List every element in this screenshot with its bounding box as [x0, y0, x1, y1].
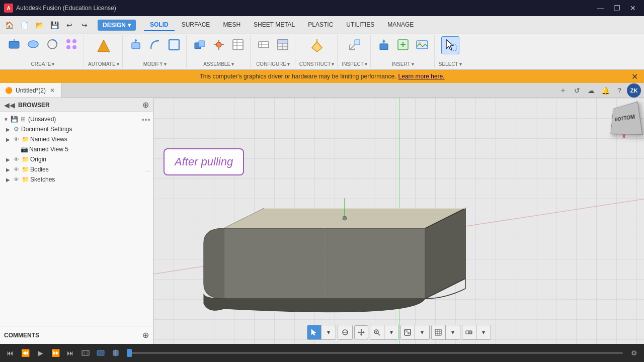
grid-button[interactable] — [432, 325, 446, 339]
view-cube[interactable]: BOTTOM X — [609, 103, 639, 133]
create-solid-btn[interactable] — [5, 36, 23, 54]
display-mode-button[interactable] — [401, 325, 415, 339]
create-label[interactable]: CREATE ▾ — [31, 61, 55, 67]
timeline-play-back-button[interactable]: ⏪ — [19, 347, 31, 359]
doc-settings-expand-icon[interactable]: ▶ — [4, 125, 12, 133]
tab-sheet-metal[interactable]: SHEET METAL — [248, 19, 301, 31]
tree-item-root[interactable]: ▼ 💾 ⊞ (Unsaved) ●●● — [0, 114, 153, 124]
root-expand-icon[interactable]: ▼ — [2, 115, 10, 123]
create-pattern-btn[interactable] — [62, 36, 80, 54]
refresh-button[interactable]: ↺ — [571, 84, 584, 97]
cloud-button[interactable]: ☁ — [585, 84, 598, 97]
new-button[interactable]: 📄 — [17, 18, 31, 32]
automate-label[interactable]: AUTOMATE ▾ — [88, 61, 119, 67]
warning-link[interactable]: Learn more here. — [398, 73, 445, 80]
insert-derive-btn[interactable] — [375, 36, 393, 54]
tab-manage[interactable]: MANAGE — [381, 19, 420, 31]
save-button[interactable]: 💾 — [47, 18, 61, 32]
warning-close-button[interactable]: ✕ — [631, 72, 638, 81]
close-button[interactable]: ✕ — [626, 3, 640, 13]
modify-shell-btn[interactable] — [165, 36, 183, 54]
tree-item-named-view-5[interactable]: 📷 Named View 5 — [0, 144, 153, 154]
timeline-play-forward-button[interactable]: ⏩ — [49, 347, 61, 359]
automate-btn[interactable] — [93, 36, 115, 58]
maximize-button[interactable]: ❐ — [610, 3, 624, 13]
tab-surface[interactable]: SURFACE — [176, 19, 216, 31]
timeline-to-start-button[interactable]: ⏮ — [4, 347, 16, 359]
design-dropdown-button[interactable]: DESIGN ▾ — [98, 20, 136, 31]
undo-button[interactable]: ↩ — [62, 18, 76, 32]
tree-item-sketches[interactable]: ▶ 👁 📁 Sketches — [0, 174, 153, 185]
assemble-joint-btn[interactable] — [210, 36, 228, 54]
timeline-to-end-button[interactable]: ⏭ — [64, 347, 76, 359]
tab-mesh[interactable]: MESH — [217, 19, 247, 31]
bodies-eye-icon[interactable]: 👁 — [12, 165, 20, 173]
timeline-marker-button[interactable] — [110, 347, 122, 359]
tree-item-doc-settings[interactable]: ▶ ⚙ Document Settings — [0, 124, 153, 134]
minimize-button[interactable]: — — [594, 3, 608, 13]
inspect-label[interactable]: INSPECT ▾ — [342, 61, 367, 67]
open-button[interactable]: 📂 — [32, 18, 46, 32]
bodies-expand-icon[interactable]: ▶ — [4, 165, 12, 173]
modify-label[interactable]: MODIFY ▾ — [143, 61, 167, 67]
notification-button[interactable]: 🔔 — [599, 84, 612, 97]
insert-canvas-btn[interactable] — [394, 36, 412, 54]
cube-face-bottom[interactable]: BOTTOM — [610, 102, 642, 135]
create-surface-btn[interactable] — [24, 36, 42, 54]
origin-expand-icon[interactable]: ▶ — [4, 155, 12, 163]
pan-button[interactable] — [354, 325, 368, 339]
timeline-play-button[interactable]: ▶ — [34, 347, 46, 359]
named-views-eye-icon[interactable]: 👁 — [12, 135, 20, 143]
assemble-label[interactable]: ASSEMBLE ▾ — [203, 61, 234, 67]
zoom-button[interactable] — [370, 325, 384, 339]
sketches-eye-icon[interactable]: 👁 — [12, 175, 20, 184]
storyboard-list-button[interactable] — [95, 347, 107, 359]
new-tab-button[interactable]: ＋ — [556, 84, 570, 97]
configure-label[interactable]: CONFIGURE ▾ — [256, 61, 290, 67]
grid-dropdown[interactable]: ▾ — [446, 325, 460, 339]
document-tab[interactable]: 🟠 Untitled*(2) ✕ — [0, 83, 61, 98]
origin-eye-icon[interactable]: 👁 — [12, 155, 20, 163]
tab-plastic[interactable]: PLASTIC — [302, 19, 339, 31]
assemble-bom-btn[interactable] — [229, 36, 247, 54]
configure-table-btn[interactable] — [274, 36, 292, 54]
sketches-expand-icon[interactable]: ▶ — [4, 175, 12, 184]
browser-collapse-button[interactable]: ◀◀ — [4, 101, 15, 109]
comments-add-button[interactable]: ⊕ — [142, 330, 149, 340]
tab-utilities[interactable]: UTILITIES — [340, 19, 380, 31]
configure-params-btn[interactable] — [255, 36, 273, 54]
more-dropdown[interactable]: ▾ — [476, 325, 491, 339]
construct-plane-btn[interactable] — [308, 36, 326, 54]
create-revolve-btn[interactable] — [43, 36, 61, 54]
redo-button[interactable]: ↪ — [77, 18, 92, 32]
tree-item-bodies[interactable]: ▶ 👁 📁 Bodies … — [0, 164, 153, 174]
cursor-mode-dropdown[interactable]: ▾ — [321, 325, 336, 339]
home-button[interactable]: 🏠 — [2, 18, 16, 32]
user-avatar[interactable]: ZK — [627, 83, 641, 98]
cursor-mode-button[interactable] — [307, 325, 321, 339]
construct-label[interactable]: CONSTRUCT ▾ — [299, 61, 335, 67]
tree-item-origin[interactable]: ▶ 👁 📁 Origin — [0, 154, 153, 164]
tree-item-named-views[interactable]: ▶ 👁 📁 Named Views — [0, 134, 153, 144]
zoom-dropdown[interactable]: ▾ — [384, 325, 398, 339]
modify-press-pull-btn[interactable] — [127, 36, 145, 54]
orbit-button[interactable] — [338, 325, 352, 339]
modify-fillet-btn[interactable] — [146, 36, 164, 54]
inspect-measure-btn[interactable] — [346, 36, 364, 54]
select-label[interactable]: SELECT ▾ — [439, 61, 462, 67]
viewport[interactable]: After pulling BOTTOM — [153, 98, 644, 344]
named-views-expand-icon[interactable]: ▶ — [4, 135, 12, 143]
insert-image-btn[interactable] — [413, 36, 431, 54]
select-button[interactable] — [441, 36, 459, 54]
browser-add-button[interactable]: ⊕ — [142, 100, 149, 110]
tab-solid[interactable]: SOLID — [144, 19, 175, 31]
timeline-playhead[interactable] — [127, 349, 132, 357]
more-button[interactable] — [462, 325, 476, 339]
display-mode-dropdown[interactable]: ▾ — [415, 325, 429, 339]
timeline-settings-button[interactable]: ⚙ — [628, 347, 640, 359]
help-button[interactable]: ? — [613, 84, 626, 97]
storyboard-add-button[interactable] — [79, 347, 92, 359]
assemble-new-component-btn[interactable] — [191, 36, 209, 54]
insert-label[interactable]: INSERT ▾ — [392, 61, 414, 67]
doc-tab-close-button[interactable]: ✕ — [49, 87, 56, 94]
